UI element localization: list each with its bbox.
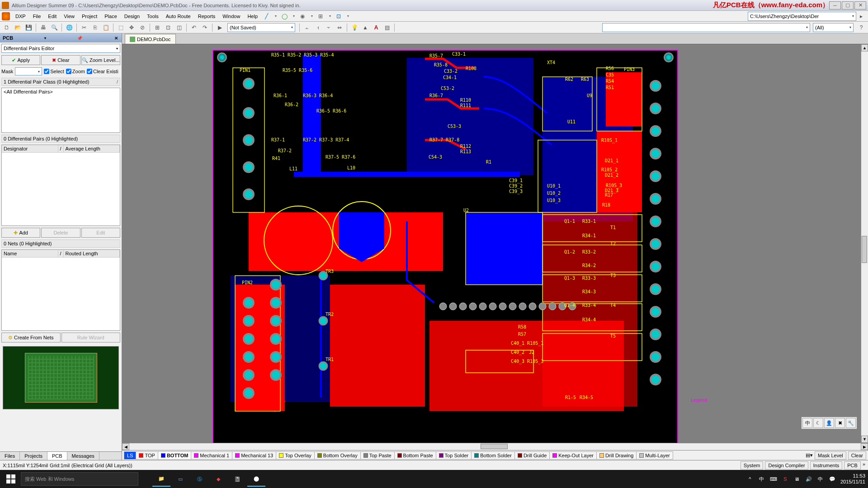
zoom-area-icon[interactable]: ⊞ xyxy=(152,23,162,33)
col-avglen[interactable]: Average Length xyxy=(64,145,120,152)
help-icon[interactable]: ? xyxy=(856,23,866,33)
menu-view[interactable]: View xyxy=(60,12,78,20)
tab-pcb[interactable]: PCB xyxy=(47,452,67,460)
snapshot-combo[interactable]: (Not Saved)▾ xyxy=(227,23,295,32)
dist-h-icon[interactable]: ⇔ xyxy=(335,23,344,33)
layer-tab-keep-out-layer[interactable]: Keep-Out Layer xyxy=(549,451,597,460)
align-left-icon[interactable]: ⫠ xyxy=(302,23,312,33)
pairs-list[interactable]: Designator/Average Length xyxy=(1,145,120,226)
nets-list[interactable]: Name/Routed Length xyxy=(1,249,120,331)
place-via-icon[interactable]: ◉ xyxy=(297,11,307,21)
tray-vol-icon[interactable]: 🔊 xyxy=(805,475,812,483)
dropdown-icon[interactable]: ▾ xyxy=(308,13,316,20)
save-icon[interactable]: 💾 xyxy=(24,23,33,33)
paste-icon[interactable]: 📋 xyxy=(101,23,111,33)
menu-design[interactable]: Design xyxy=(121,12,143,20)
layer-tab-mechanical-13[interactable]: Mechanical 13 xyxy=(232,451,276,460)
expr-combo[interactable]: ▾ xyxy=(602,23,810,32)
view-clear-icon[interactable]: ✖ xyxy=(835,418,845,428)
dropdown-icon[interactable]: ▾ xyxy=(344,13,352,20)
copy-icon[interactable]: ⎘ xyxy=(90,23,100,33)
layer-tab-top-paste[interactable]: Top Paste xyxy=(360,451,395,460)
select-icon[interactable]: ⬚ xyxy=(116,23,126,33)
tab-projects[interactable]: Projects xyxy=(20,452,47,460)
grid-icon[interactable]: ⊡ xyxy=(334,11,344,21)
cut-icon[interactable]: ✂ xyxy=(79,23,89,33)
text-icon[interactable]: A xyxy=(371,23,381,33)
taskbar-clock[interactable]: 11:53 2015/11/11 xyxy=(840,473,865,485)
tab-messages[interactable]: Messages xyxy=(67,452,99,460)
dropdown-icon[interactable]: ▾ xyxy=(326,13,334,20)
status-system[interactable]: System xyxy=(741,461,764,469)
task-notes-icon[interactable]: 📓 xyxy=(228,471,246,487)
layer-tab-ls[interactable]: LS xyxy=(124,451,136,460)
tab-files[interactable]: Files xyxy=(0,452,20,460)
task-skype-icon[interactable]: Ⓢ xyxy=(190,471,208,487)
tray-app-icon[interactable]: S xyxy=(782,475,789,483)
panel-close-icon[interactable]: ✕ xyxy=(114,36,118,41)
menu-place[interactable]: Place xyxy=(101,12,121,20)
tray-ime2-icon[interactable]: ⌨ xyxy=(770,475,777,483)
scroll-left-icon[interactable]: ◀ xyxy=(122,443,129,450)
zoom-button[interactable]: 🔍Zoom Level... xyxy=(81,55,120,65)
close-button[interactable]: ✕ xyxy=(854,1,866,9)
editor-combo[interactable]: Differential Pairs Editor▾ xyxy=(1,44,120,53)
panel-dropdown-icon[interactable]: ▾ xyxy=(44,36,46,40)
web-icon[interactable]: 🌐 xyxy=(64,23,74,33)
menu-edit[interactable]: Edit xyxy=(44,12,60,20)
layer-tab-mechanical-1[interactable]: Mechanical 1 xyxy=(191,451,232,460)
layer-tab-bottom-paste[interactable]: Bottom Paste xyxy=(394,451,436,460)
scroll-right-icon[interactable]: ▶ xyxy=(861,443,868,450)
apply-button[interactable]: ✔Apply xyxy=(1,55,40,65)
zoom-fit-icon[interactable]: ⊡ xyxy=(163,23,173,33)
align-h-icon[interactable]: ⫞ xyxy=(313,23,323,33)
layer-tab-drill-drawing[interactable]: Drill Drawing xyxy=(596,451,637,460)
add-button[interactable]: ✚Add xyxy=(1,228,40,238)
panel-pin-icon[interactable]: 📌 xyxy=(77,36,82,41)
mask-level-button[interactable]: Mask Level xyxy=(815,451,846,460)
view-dim-icon[interactable]: 👤 xyxy=(824,418,834,428)
class-list[interactable]: <All Differential Pairs> xyxy=(1,88,120,133)
mask-input[interactable]: ▾ xyxy=(15,67,42,75)
task-explorer-icon[interactable]: 📁 xyxy=(152,471,170,487)
view-2d-icon[interactable]: 中 xyxy=(802,418,812,428)
tray-up-icon[interactable]: ^ xyxy=(746,475,754,483)
zoom-checkbox[interactable]: Zoom xyxy=(66,69,85,74)
clear-checkbox[interactable]: Clear Existi xyxy=(87,69,118,74)
layer-tab-drill-guide[interactable]: Drill Guide xyxy=(514,451,550,460)
dropdown-icon[interactable]: ▾ xyxy=(272,13,279,20)
mode-icon[interactable]: ▶ xyxy=(215,23,225,33)
zoom-select-icon[interactable]: ◫ xyxy=(174,23,184,33)
view-config-icon[interactable]: 🔧 xyxy=(846,418,856,428)
layer-tab-top-solder[interactable]: Top Solder xyxy=(436,451,472,460)
board-preview[interactable] xyxy=(3,346,119,409)
menu-project[interactable]: Project xyxy=(78,12,101,20)
flag-icon[interactable]: ▲ xyxy=(360,23,370,33)
status-lock-icon[interactable]: » xyxy=(863,461,865,469)
layer-tab-top[interactable]: TOP xyxy=(136,451,158,460)
tray-msg-icon[interactable]: 💬 xyxy=(829,475,836,483)
vertical-scrollbar[interactable]: ▲ ▼ xyxy=(861,44,868,443)
maximize-button[interactable]: ▢ xyxy=(842,1,854,9)
col-routed[interactable]: Routed Length xyxy=(64,250,120,257)
align-right-icon[interactable]: ⫟ xyxy=(324,23,334,33)
path-combo[interactable]: C:\Users\Zhengzy\Desktop\Der▾ xyxy=(748,12,856,21)
task-browser-icon[interactable]: ▭ xyxy=(171,471,189,487)
menu-tools[interactable]: Tools xyxy=(143,12,162,20)
deselect-icon[interactable]: ⊘ xyxy=(137,23,147,33)
menu-file[interactable]: File xyxy=(29,12,45,20)
place-pad-icon[interactable]: ◯ xyxy=(279,11,289,21)
col-name[interactable]: Name xyxy=(2,250,58,257)
layers-menu-icon[interactable]: ▤▾ xyxy=(806,452,813,458)
place-wire-icon[interactable]: ╱ xyxy=(261,11,271,21)
scroll-down-icon[interactable]: ▼ xyxy=(861,436,868,443)
clear-button[interactable]: ✖Clear xyxy=(41,55,80,65)
note-icon[interactable]: ▤ xyxy=(382,23,392,33)
col-designator[interactable]: Designator xyxy=(2,145,58,152)
horizontal-scrollbar[interactable]: ◀ ▶ xyxy=(122,443,868,450)
new-icon[interactable]: 🗋 xyxy=(2,23,12,33)
layer-tab-bottom-solder[interactable]: Bottom Solder xyxy=(471,451,515,460)
task-app1-icon[interactable]: ◆ xyxy=(209,471,227,487)
scroll-thumb[interactable] xyxy=(481,444,508,449)
lamp-icon[interactable]: 💡 xyxy=(349,23,359,33)
